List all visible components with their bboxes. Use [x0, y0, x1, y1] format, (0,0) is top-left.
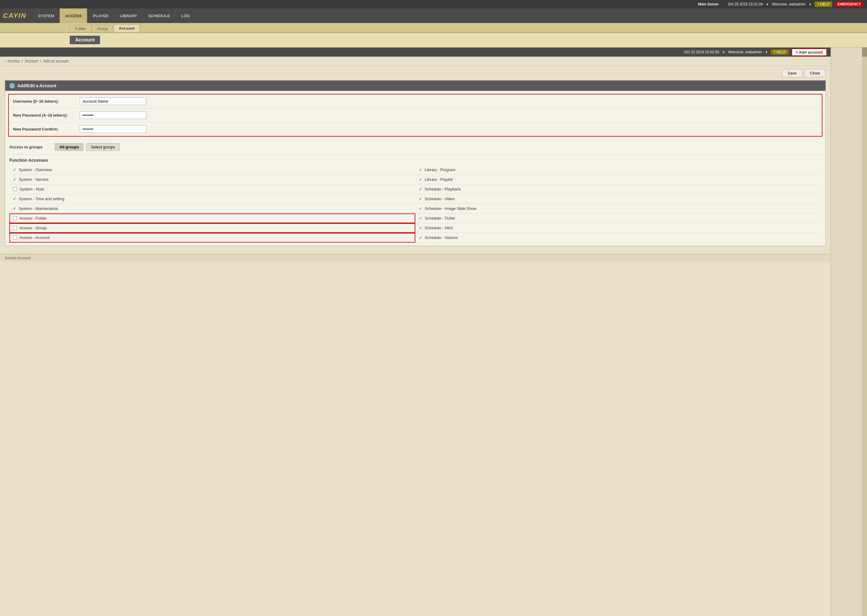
nav-log[interactable]: LOG — [176, 8, 195, 23]
add-account-button[interactable]: + Add account — [791, 49, 827, 56]
function-schedule-video: ✓ Schedule - Video — [415, 194, 821, 204]
content-wrapper: Oct 25 2019 15:02:56 ▼ Welcome, webadmin… — [0, 47, 867, 616]
save-button[interactable]: Save — [782, 69, 802, 77]
username-label: Username (5~16 letters): — [13, 99, 80, 104]
emergency-button[interactable]: EMERGENCY — [835, 2, 863, 7]
function-access-folder: Access - Folder — [9, 214, 415, 223]
password-confirm-row: New Password Confirm: — [9, 123, 822, 136]
help-button[interactable]: ? HELP — [815, 2, 832, 7]
page-header: Account — [0, 33, 867, 47]
check-system-maintenance: ✓ — [13, 206, 16, 211]
nav-player[interactable]: PLAYER — [87, 8, 114, 23]
check-system-service: ✓ — [13, 177, 16, 182]
section-header: Add/Edit a Account — [5, 80, 826, 91]
nav-system[interactable]: SYSTEM — [32, 8, 60, 23]
function-system-time: ✓ System - Time and setting — [9, 194, 415, 204]
check-library-playlist: ✓ — [419, 177, 422, 182]
function-schedule-slideshow: ✓ Schedule - Image Slide Show — [415, 204, 821, 214]
content-help-button[interactable]: ? HELP — [771, 49, 788, 55]
check-schedule-volume: ✓ — [419, 235, 422, 240]
form-area: Save Close Add/Edit a Account Username (… — [0, 66, 831, 254]
label-schedule-video: Schedule - Video — [425, 196, 455, 201]
top-datetime: Oct 25 2019 15:01:09 — [728, 2, 763, 6]
label-library-program: Library - Program — [425, 168, 455, 172]
password-confirm-label: New Password Confirm: — [13, 127, 80, 132]
section-box: Add/Edit a Account Username (5~16 letter… — [5, 80, 826, 246]
check-access-account[interactable] — [13, 236, 17, 240]
close-button[interactable]: Close — [804, 69, 826, 77]
breadcrumb-current: Add an account — [43, 59, 68, 63]
function-right-col: ✓ Library - Program ✓ Library - Playlist… — [415, 165, 821, 243]
label-library-playlist: Library - Playlist — [425, 177, 452, 182]
check-schedule-html: ✓ — [419, 226, 422, 230]
subnav-account[interactable]: Account — [113, 25, 140, 32]
function-grid: ✓ System - Overview ✓ System - Service — [9, 165, 821, 243]
label-schedule-playback: Schedule - Playback — [425, 187, 461, 192]
function-access-account: Access - Account — [9, 233, 415, 243]
footer: Access Account — [0, 254, 831, 262]
breadcrumb-sep1: / — [22, 59, 23, 63]
function-title: Function Accesses — [9, 158, 821, 163]
action-buttons: Save Close — [5, 69, 826, 77]
logo: CAYIN — [3, 12, 26, 20]
content-welcome-arrow: ▼ — [765, 50, 768, 54]
function-accesses: Function Accesses ✓ System - Overview ✓ — [5, 155, 826, 246]
password-confirm-input[interactable] — [80, 126, 147, 133]
server-name: Main Server — [698, 2, 719, 6]
check-system-overview: ✓ — [13, 168, 16, 172]
label-access-folder: Access - Folder — [19, 216, 47, 220]
check-system-role[interactable] — [13, 187, 17, 191]
label-system-role: System - Role — [19, 187, 44, 192]
subnav-group[interactable]: Group — [92, 25, 113, 32]
password-row: New Password (4~16 letters): — [9, 108, 822, 123]
function-schedule-playback: ✓ Schedule - Playback — [415, 184, 821, 194]
label-system-overview: System - Overview — [19, 168, 52, 172]
access-groups-row: Access to groups All groups Select group… — [5, 140, 826, 155]
label-schedule-volume: Schedule - Volume — [425, 235, 458, 240]
nav-access[interactable]: ACCESS — [60, 8, 87, 23]
function-schedule-volume: ✓ Schedule - Volume — [415, 233, 821, 243]
sub-nav: Folder Group Account — [0, 23, 867, 33]
section-title: Add/Edit a Account — [17, 83, 57, 88]
nav-schedule[interactable]: SCHEDULE — [143, 8, 176, 23]
check-schedule-ticker: ✓ — [419, 216, 422, 220]
label-system-maintenance: System - Maintenance — [19, 206, 58, 211]
subnav-folder[interactable]: Folder — [70, 25, 91, 32]
content-welcome: Welcome, webadmin — [728, 50, 762, 54]
nav-items: SYSTEM ACCESS PLAYER LIBRARY SCHEDULE LO… — [32, 8, 195, 23]
breadcrumb-access[interactable]: Access — [8, 59, 20, 63]
label-schedule-html: Schedule - Html — [425, 226, 452, 230]
function-left-col: ✓ System - Overview ✓ System - Service — [9, 165, 415, 243]
page-title: Account — [70, 36, 100, 44]
check-schedule-slideshow: ✓ — [419, 206, 422, 211]
all-groups-button[interactable]: All groups — [55, 143, 84, 151]
label-system-service: System - Service — [19, 177, 49, 182]
check-access-group[interactable] — [13, 226, 17, 230]
username-input[interactable] — [80, 97, 147, 105]
access-groups-label: Access to groups — [9, 145, 52, 149]
password-label: New Password (4~16 letters): — [13, 113, 80, 118]
check-access-folder[interactable] — [13, 216, 17, 220]
scrollbar-track[interactable] — [862, 47, 867, 616]
nav-bar: CAYIN SYSTEM ACCESS PLAYER LIBRARY SCHED… — [0, 8, 867, 23]
top-welcome: Welcome, webadmin — [772, 2, 806, 6]
label-schedule-slideshow: Schedule - Image Slide Show — [425, 206, 476, 211]
content-top-bar: Oct 25 2019 15:02:56 ▼ Welcome, webadmin… — [0, 47, 831, 57]
function-schedule-ticker: ✓ Schedule - Ticker — [415, 214, 821, 223]
fields-section: Username (5~16 letters): New Password (4… — [8, 94, 823, 137]
label-access-group: Access - Group — [19, 226, 47, 230]
label-schedule-ticker: Schedule - Ticker — [425, 216, 455, 220]
check-schedule-playback: ✓ — [419, 187, 422, 192]
datetime-arrow: ▼ — [766, 3, 769, 6]
welcome-arrow: ▼ — [809, 3, 812, 6]
function-system-role: System - Role — [9, 184, 415, 194]
nav-library[interactable]: LIBRARY — [114, 8, 143, 23]
password-input[interactable] — [80, 112, 147, 119]
breadcrumb-account[interactable]: Account — [25, 59, 38, 63]
scrollbar-thumb[interactable] — [862, 47, 867, 57]
select-groups-button[interactable]: Select groups — [87, 143, 120, 151]
username-row: Username (5~16 letters): — [9, 94, 822, 108]
check-library-program: ✓ — [419, 168, 422, 172]
breadcrumb: ○ Access / Account / Add an account — [0, 57, 831, 66]
breadcrumb-sep2: / — [40, 59, 41, 63]
